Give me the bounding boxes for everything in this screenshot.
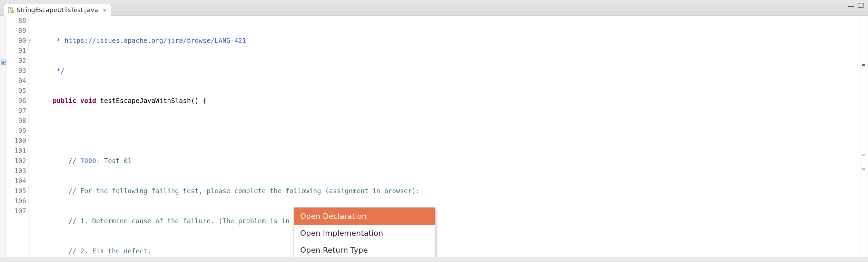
- svg-rect-4: [848, 6, 854, 7]
- code-keyword: public: [53, 97, 77, 104]
- editor-tab[interactable]: J ! StringEscapeUtilsTest.java ✕: [4, 4, 111, 16]
- tab-filename: StringEscapeUtilsTest.java: [17, 6, 98, 13]
- overview-ruler[interactable]: [860, 16, 868, 257]
- line-number: 92: [7, 56, 26, 66]
- window-controls: [848, 2, 864, 8]
- code-comment: //: [37, 157, 80, 165]
- marker-strip: [0, 16, 7, 257]
- hyperlink-popup-menu: Open Declaration Open Implementation Ope…: [294, 207, 435, 257]
- code-text: testEscapeJavaWithSlash() {: [96, 97, 207, 104]
- svg-rect-9: [2, 63, 4, 64]
- line-number: 98: [7, 116, 26, 126]
- overview-mark-warning[interactable]: [862, 168, 865, 170]
- fold-strip: [29, 16, 35, 257]
- line-number: 99: [7, 126, 26, 136]
- maximize-icon[interactable]: [857, 2, 864, 8]
- line-number: 91: [7, 46, 26, 56]
- line-number: 107: [7, 206, 26, 216]
- line-number: 106: [7, 196, 26, 206]
- code-area[interactable]: * https://issues.apache.org/jira/browse/…: [35, 16, 860, 257]
- code-text: * https://issues.apache.org/jira/browse/…: [37, 37, 246, 44]
- line-number: 95: [7, 86, 26, 96]
- svg-rect-5: [858, 3, 863, 7]
- task-marker-icon[interactable]: [1, 58, 7, 63]
- editor-container: J ! StringEscapeUtilsTest.java ✕ 88: [0, 0, 868, 262]
- menu-item-open-implementation[interactable]: Open Implementation: [294, 225, 435, 242]
- code-keyword: void: [80, 97, 96, 104]
- svg-text:J: J: [10, 8, 12, 12]
- menu-item-open-return-type[interactable]: Open Return Type: [294, 242, 435, 257]
- close-tab-icon[interactable]: ✕: [103, 7, 106, 13]
- svg-rect-8: [2, 62, 5, 63]
- minimize-icon[interactable]: [848, 2, 855, 8]
- line-number: 97: [7, 106, 26, 116]
- code-comment: // For the following failing test, pleas…: [37, 187, 420, 195]
- line-number: 96: [7, 96, 26, 106]
- code-comment: : Test 01: [96, 157, 132, 165]
- java-file-icon: J !: [8, 7, 14, 13]
- line-number: 88: [7, 16, 26, 26]
- editor-body: 88 89 90 − 91 92 93 94 95 96 97 98 99 10…: [0, 16, 868, 257]
- code-todo: TODO: [80, 157, 96, 165]
- line-number: 102: [7, 156, 26, 166]
- line-number: 94: [7, 76, 26, 86]
- line-number: 103: [7, 166, 26, 176]
- code-comment: // 2. Fix the defect.: [37, 247, 151, 255]
- svg-text:!: !: [12, 11, 13, 13]
- line-number: 93: [7, 66, 26, 76]
- code-text: */: [37, 67, 65, 74]
- overview-mark-task[interactable]: [862, 64, 865, 66]
- line-number: 105: [7, 186, 26, 196]
- line-number: 90 −: [7, 36, 26, 46]
- line-number: 89: [7, 26, 26, 36]
- line-number: 100: [7, 136, 26, 146]
- overview-mark-occurrence[interactable]: [862, 154, 865, 156]
- line-number: 104: [7, 176, 26, 186]
- horizontal-scrollbar[interactable]: [0, 257, 868, 262]
- svg-rect-7: [2, 61, 5, 62]
- tab-bar: J ! StringEscapeUtilsTest.java ✕: [0, 0, 868, 16]
- line-number: 101: [7, 146, 26, 156]
- line-number-gutter: 88 89 90 − 91 92 93 94 95 96 97 98 99 10…: [7, 16, 29, 257]
- menu-item-open-declaration[interactable]: Open Declaration: [294, 208, 435, 225]
